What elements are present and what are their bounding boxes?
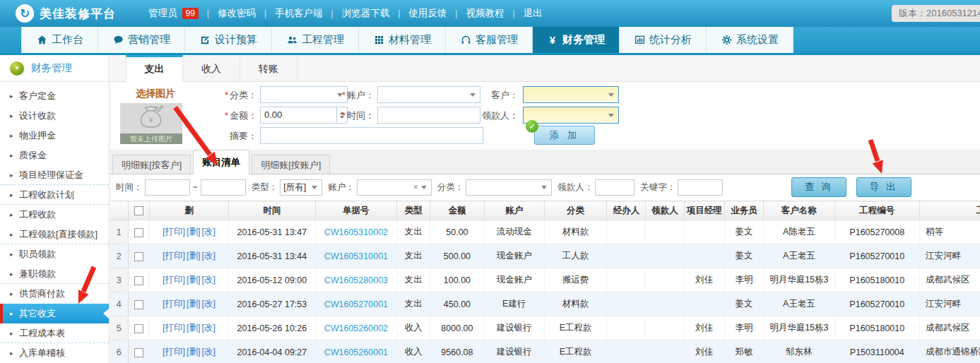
- add-button[interactable]: 添 加: [534, 126, 595, 145]
- change-password-link[interactable]: 修改密码: [218, 7, 256, 20]
- sidebar-item-project-cost-sheet[interactable]: ▸工程成本表: [0, 323, 109, 343]
- sidebar-item-project-withdrawal[interactable]: ▸工程领款[直接领款]: [0, 225, 109, 244]
- row-checkbox[interactable]: [134, 228, 143, 237]
- app-window: ↻ 美佳装修平台 管理员99 | 修改密码 | 手机客户端 | 浏览器下载 | …: [0, 0, 980, 363]
- nav-tab-statistics[interactable]: 统计分析: [620, 27, 707, 53]
- row-checkbox[interactable]: [134, 300, 143, 309]
- notification-badge[interactable]: 99: [182, 8, 199, 19]
- sidebar: ▼ 财务管理 ▸客户定金 ▸设计收款 ▸物业押金 ▸质保金 ▸项目经理保证金 ▸…: [0, 55, 110, 363]
- delete-link[interactable]: [删]: [187, 299, 200, 309]
- edit-link[interactable]: [改]: [201, 251, 215, 261]
- print-link[interactable]: [打印]: [163, 299, 185, 309]
- edit-link[interactable]: [改]: [201, 323, 215, 333]
- nav-tab-marketing[interactable]: 营销管理: [98, 27, 185, 53]
- doc-number-link[interactable]: CW1605260001: [324, 347, 388, 357]
- delete-link[interactable]: [删]: [187, 323, 200, 333]
- cell-payee: [646, 316, 684, 340]
- category-filter-select[interactable]: [466, 179, 552, 196]
- row-checkbox[interactable]: [134, 252, 143, 261]
- video-tutorial-link[interactable]: 视频教程: [466, 7, 504, 20]
- nav-tab-settings[interactable]: 系统设置: [707, 27, 793, 53]
- row-checkbox[interactable]: [134, 324, 143, 333]
- customer-label: 客户：: [475, 89, 519, 102]
- tab-account-list[interactable]: 账目清单: [193, 150, 249, 174]
- browser-download-link[interactable]: 浏览器下载: [342, 7, 390, 20]
- sidebar-item-other-income-expense[interactable]: ▸其它收支: [0, 304, 109, 323]
- pick-image-button[interactable]: 选择图片: [136, 88, 175, 100]
- print-link[interactable]: [打印]: [163, 323, 185, 333]
- edit-link[interactable]: [改]: [201, 347, 215, 357]
- edit-link[interactable]: [改]: [201, 299, 215, 309]
- tab-transfer[interactable]: 转账: [240, 55, 297, 81]
- type-select[interactable]: [所有]: [280, 179, 322, 196]
- edit-link[interactable]: [改]: [201, 275, 215, 285]
- payee-select[interactable]: [523, 107, 619, 124]
- no-image-caption: 暂未上传图片: [120, 133, 182, 144]
- nav-tab-workbench[interactable]: 工作台: [21, 27, 98, 53]
- row-checkbox[interactable]: [134, 348, 143, 357]
- sidebar-item-supplier-payment[interactable]: ▸供货商付款: [0, 284, 109, 304]
- account-select[interactable]: [377, 86, 480, 103]
- sidebar-item-customer-deposit[interactable]: ▸客户定金: [0, 86, 109, 106]
- doc-number-link[interactable]: CW1605280003: [324, 275, 388, 285]
- doc-number-link[interactable]: CW1605260002: [324, 323, 388, 333]
- sidebar-item-property-deposit[interactable]: ▸物业押金: [0, 126, 109, 145]
- time-to-input[interactable]: [201, 179, 246, 196]
- select-all-checkbox[interactable]: [134, 206, 143, 215]
- delete-link[interactable]: [删]: [187, 347, 200, 357]
- account-filter-select[interactable]: ×: [357, 179, 432, 196]
- admin-menu-item[interactable]: 管理员99: [148, 7, 199, 20]
- print-link[interactable]: [打印]: [163, 347, 185, 357]
- nav-tab-customer-service[interactable]: 客服管理: [446, 27, 533, 53]
- sidebar-item-parttime-withdrawal[interactable]: ▸兼职领款: [0, 264, 109, 284]
- delete-link[interactable]: [删]: [187, 227, 200, 237]
- row-checkbox[interactable]: [134, 276, 143, 285]
- sidebar-section-finance[interactable]: ▼ 财务管理: [0, 55, 109, 82]
- nav-tab-design-budget[interactable]: 设计预算: [185, 27, 272, 53]
- sidebar-item-staff-withdrawal[interactable]: ▸职员领款: [0, 244, 109, 264]
- summary-input[interactable]: [260, 127, 483, 144]
- cell-operator: [607, 292, 646, 316]
- account-label: *账户：: [326, 89, 374, 102]
- customer-select[interactable]: [523, 86, 619, 103]
- sidebar-item-collection-plan[interactable]: ▸工程收款计划: [0, 185, 109, 205]
- tab-detail-by-customer[interactable]: 明细账[按客户]: [112, 155, 191, 174]
- print-link[interactable]: [打印]: [163, 275, 185, 285]
- cell-project: P1503110004: [834, 340, 919, 363]
- sidebar-item-pm-deposit[interactable]: ▸项目经理保证金: [0, 165, 109, 185]
- time-input[interactable]: [377, 107, 480, 124]
- delete-link[interactable]: [删]: [187, 251, 200, 261]
- mobile-client-link[interactable]: 手机客户端: [275, 7, 323, 20]
- feedback-link[interactable]: 使用反馈: [408, 7, 447, 20]
- nav-tab-materials[interactable]: 材料管理: [359, 27, 446, 53]
- sidebar-item-project-collection[interactable]: ▸工程收款: [0, 205, 109, 225]
- print-link[interactable]: [打印]: [163, 227, 185, 237]
- payee-filter-input[interactable]: [595, 179, 634, 196]
- tab-income[interactable]: 收入: [183, 55, 240, 81]
- sidebar-item-design-payment[interactable]: ▸设计收款: [0, 106, 109, 126]
- time-from-input[interactable]: [145, 179, 190, 196]
- filter-account-label: 账户：: [328, 182, 355, 194]
- doc-number-link[interactable]: CW1605270001: [324, 299, 388, 309]
- edit-link[interactable]: [改]: [201, 227, 215, 237]
- tab-expense[interactable]: 支出: [126, 55, 183, 82]
- export-button[interactable]: 导 出: [856, 177, 911, 197]
- keyword-input[interactable]: [678, 179, 723, 196]
- doc-number-link[interactable]: CW1605310002: [324, 227, 388, 237]
- logout-link[interactable]: 退出: [524, 7, 543, 20]
- nav-tab-engineering[interactable]: 工程管理: [272, 27, 359, 53]
- delete-link[interactable]: [删]: [187, 275, 200, 285]
- clear-icon[interactable]: ×: [413, 180, 418, 195]
- doc-number-link[interactable]: CW1605310001: [324, 251, 388, 261]
- sidebar-item-inbound-audit[interactable]: ▸入库单稽核: [0, 343, 109, 363]
- search-button[interactable]: 查 询: [791, 177, 846, 197]
- tab-detail-by-account[interactable]: 明细账[按账户]: [252, 155, 330, 174]
- table-row: 4 [打印][删][改] 2016-05-27 17:53 CW16052700…: [110, 292, 980, 316]
- print-link[interactable]: [打印]: [163, 251, 185, 261]
- chart-icon: [634, 35, 645, 46]
- bullet-arrow-icon: ▸: [10, 205, 13, 225]
- bullet-arrow-icon: ▸: [10, 185, 13, 205]
- sidebar-item-warranty-deposit[interactable]: ▸质保金: [0, 145, 109, 165]
- image-upload-placeholder[interactable]: ¥ 暂未上传图片: [120, 103, 182, 144]
- nav-tab-finance[interactable]: ¥ 财务管理: [533, 27, 620, 53]
